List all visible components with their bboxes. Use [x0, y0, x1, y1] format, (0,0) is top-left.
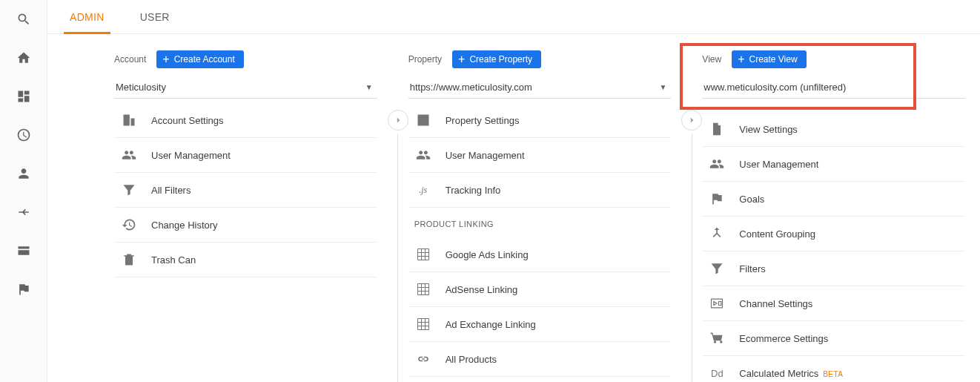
menu-item-property-settings[interactable]: Property Settings — [408, 103, 672, 138]
menu-item-tracking-info[interactable]: .jsTracking Info — [408, 173, 672, 208]
menu-item-user-management[interactable]: User Management — [702, 147, 965, 182]
menu-item-label: User Management — [446, 150, 672, 161]
menu-item-label: View Settings — [739, 124, 965, 135]
product-linking-menu: Google Ads LinkingAdSense LinkingAd Exch… — [408, 237, 672, 377]
menu-item-label: Goals — [739, 194, 965, 205]
menu-item-content-grouping[interactable]: Content Grouping — [702, 217, 965, 251]
tab-user[interactable]: USER — [140, 0, 170, 34]
menu-item-trash-can[interactable]: Trash Can — [114, 243, 377, 277]
trash-icon — [120, 252, 138, 267]
card-icon[interactable] — [15, 242, 33, 260]
menu-item-label: Calculated MetricsBETA — [739, 368, 965, 379]
menu-item-user-management[interactable]: User Management — [114, 138, 377, 173]
left-nav-rail — [0, 0, 47, 382]
beta-badge: BETA — [823, 370, 843, 378]
move-right-button[interactable] — [388, 110, 408, 131]
move-right-button[interactable] — [681, 110, 702, 131]
menu-item-goals[interactable]: Goals — [702, 182, 965, 217]
js-icon: .js — [414, 185, 432, 196]
menu-item-label: User Management — [151, 150, 377, 161]
building-icon — [120, 113, 138, 128]
grid-icon — [414, 317, 432, 332]
channel-icon — [708, 296, 726, 311]
plus-icon: + — [162, 54, 169, 65]
menu-item-label: Property Settings — [446, 115, 672, 126]
search-icon[interactable] — [15, 10, 33, 28]
property-column: Property +Create Property https://www.me… — [408, 50, 682, 382]
menu-item-label: Trash Can — [151, 254, 377, 266]
account-menu: Account SettingsUser ManagementAll Filte… — [114, 103, 377, 277]
view-menu: View SettingsUser ManagementGoalsContent… — [702, 112, 965, 382]
create-view-button[interactable]: +Create View — [732, 50, 807, 68]
plus-icon: + — [458, 54, 465, 65]
menu-item-account-settings[interactable]: Account Settings — [114, 103, 377, 138]
menu-item-label: AdSense Linking — [446, 284, 672, 295]
create-account-button[interactable]: +Create Account — [156, 50, 243, 68]
menu-item-label: Account Settings — [151, 115, 377, 126]
account-selector[interactable]: Meticulosity ▼ — [114, 77, 377, 99]
people-icon — [708, 157, 726, 171]
property-selector[interactable]: https://www.meticulosity.com ▼ — [408, 77, 672, 99]
menu-item-view-settings[interactable]: View Settings — [702, 112, 965, 147]
link-icon — [414, 352, 432, 366]
menu-item-label: All Filters — [151, 185, 377, 196]
menu-item-label: Content Grouping — [739, 228, 965, 240]
dd-icon: Dd — [708, 368, 726, 379]
filter-icon — [708, 261, 726, 276]
chevron-down-icon: ▼ — [365, 83, 373, 91]
menu-item-adsense-linking[interactable]: AdSense Linking — [408, 272, 672, 307]
account-label: Account — [114, 54, 146, 65]
menu-item-label: Ad Exchange Linking — [446, 319, 672, 330]
cart-icon — [708, 331, 726, 346]
column-divider — [388, 110, 408, 382]
view-selector[interactable]: www.meticulosity.com (unfiltered) ▼ — [702, 77, 965, 99]
top-tabs: ADMIN USER — [47, 0, 980, 34]
product-linking-header: PRODUCT LINKING — [408, 208, 672, 233]
people-icon — [414, 148, 432, 162]
menu-item-label: Ecommerce Settings — [739, 333, 965, 344]
flag-icon — [708, 191, 726, 206]
menu-item-label: User Management — [739, 159, 965, 170]
property-label: Property — [408, 54, 442, 65]
menu-item-ecommerce-settings[interactable]: Ecommerce Settings — [702, 321, 965, 356]
account-column: Account +Create Account Meticulosity ▼ A… — [114, 50, 388, 382]
create-property-button[interactable]: +Create Property — [452, 50, 541, 68]
property-menu: Property SettingsUser Management.jsTrack… — [408, 103, 672, 208]
menu-item-calculated-metrics[interactable]: DdCalculated MetricsBETA — [702, 356, 965, 382]
home-icon[interactable] — [15, 49, 33, 67]
menu-item-label: All Products — [446, 354, 672, 365]
tab-admin[interactable]: ADMIN — [70, 0, 105, 34]
menu-item-all-filters[interactable]: All Filters — [114, 173, 377, 208]
menu-item-label: Channel Settings — [739, 298, 965, 309]
history-icon — [120, 217, 138, 232]
merge-icon — [708, 226, 726, 241]
menu-item-ad-exchange-linking[interactable]: Ad Exchange Linking — [408, 307, 672, 342]
filter-icon — [120, 182, 138, 197]
menu-item-google-ads-linking[interactable]: Google Ads Linking — [408, 237, 672, 272]
grid-icon — [414, 282, 432, 297]
menu-item-label: Filters — [739, 263, 965, 274]
file-icon — [708, 122, 726, 136]
clock-icon[interactable] — [15, 126, 33, 144]
flag-icon[interactable] — [15, 280, 33, 298]
menu-item-channel-settings[interactable]: Channel Settings — [702, 286, 965, 321]
square-icon — [414, 113, 432, 128]
dashboard-icon[interactable] — [15, 88, 33, 105]
menu-item-change-history[interactable]: Change History — [114, 208, 377, 243]
menu-item-user-management[interactable]: User Management — [408, 138, 672, 173]
grid-icon — [414, 247, 432, 262]
menu-item-all-products[interactable]: All Products — [408, 342, 672, 377]
menu-item-label: Tracking Info — [446, 185, 672, 196]
column-divider — [681, 110, 702, 382]
menu-item-filters[interactable]: Filters — [702, 251, 965, 286]
chevron-down-icon: ▼ — [659, 83, 666, 91]
people-icon — [120, 148, 138, 162]
view-column: View +Create View www.meticulosity.com (… — [702, 50, 976, 382]
attribution-icon[interactable] — [15, 203, 33, 221]
menu-item-label: Google Ads Linking — [446, 249, 672, 260]
person-icon[interactable] — [15, 165, 33, 182]
plus-icon: + — [738, 54, 744, 65]
menu-item-label: Change History — [151, 220, 377, 231]
view-label: View — [702, 54, 721, 65]
